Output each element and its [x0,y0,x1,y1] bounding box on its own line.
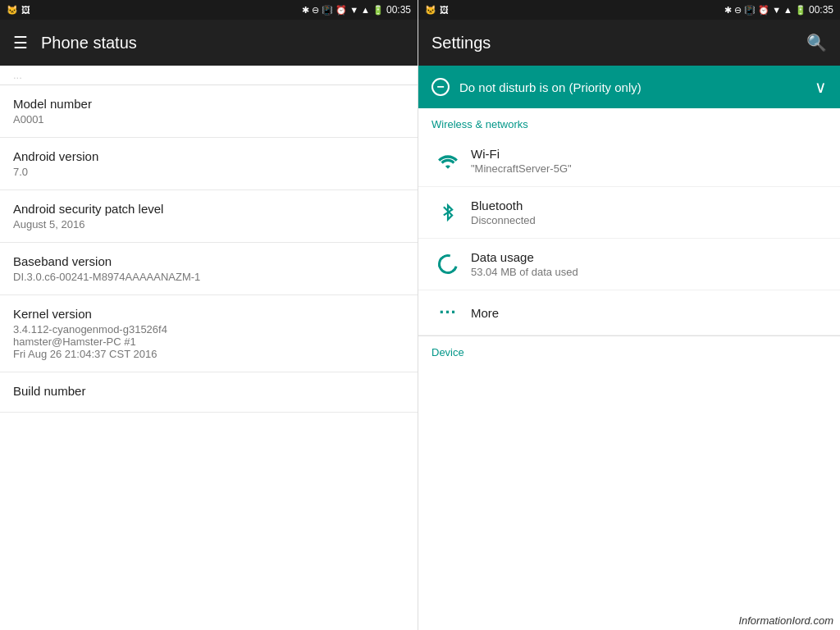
status-bar-left-icons: 🐱 🖼 [7,5,30,16]
model-number-item[interactable]: Model number A0001 [0,85,418,138]
wifi-subtitle: "MinecraftServer-5G" [471,162,827,175]
status-bar-right-left-icons: 🐱 🖼 [425,5,449,16]
security-patch-label: Android security patch level [13,202,404,216]
data-usage-content: Data usage 53.04 MB of data used [464,250,827,278]
vibrate-right-icon: 📳 [744,5,756,16]
minus-right-icon: ⊖ [734,5,742,16]
wifi-right-icon: ▼ [772,5,781,15]
bluetooth-content: Bluetooth Disconnected [464,199,827,226]
status-bar-left: 🐱 🖼 ✱ ⊖ 📳 ⏰ ▼ ▲ 🔋 00:35 [0,0,418,20]
left-panel: 🐱 🖼 ✱ ⊖ 📳 ⏰ ▼ ▲ 🔋 00:35 ☰ Phone status .… [0,0,418,630]
signal-right-icon: ▲ [783,5,792,15]
bluetooth-title: Bluetooth [471,199,827,212]
baseband-version-item[interactable]: Baseband version DI.3.0.c6-00241-M8974AA… [0,243,418,295]
wifi-content: Wi-Fi "MinecraftServer-5G" [464,147,827,175]
search-button[interactable]: 🔍 [806,33,827,52]
dnd-minus-icon: − [431,78,450,96]
wifi-icon [431,153,464,169]
hamburger-menu-icon[interactable]: ☰ [13,33,28,52]
spacer [418,363,840,611]
page-title-right: Settings [431,34,793,52]
time-display-right: 00:35 [809,4,833,16]
build-number-label: Build number [13,384,404,398]
android-version-item[interactable]: Android version 7.0 [0,138,418,190]
kernel-version-item[interactable]: Kernel version 3.4.112-cyanogenmod-g3152… [0,295,418,372]
bluetooth-right-icon: ✱ [724,5,732,16]
status-bar-right: 🐱 🖼 ✱ ⊖ 📳 ⏰ ▼ ▲ 🔋 00:35 [418,0,840,20]
android-version-label: Android version [13,149,404,163]
top-bar-right: Settings 🔍 [418,20,840,66]
time-display-left: 00:35 [386,4,411,16]
android-version-value: 7.0 [13,166,404,178]
more-title: More [471,306,827,320]
bluetooth-status-icon: ✱ [302,5,309,16]
wifi-title: Wi-Fi [471,147,827,161]
vibrate-icon: 📳 [322,5,333,16]
security-patch-value: August 5, 2016 [13,218,404,231]
dnd-text: Do not disturb is on (Priority only) [459,80,805,94]
status-bar-right-right-icons: ✱ ⊖ 📳 ⏰ ▼ ▲ 🔋 00:35 [724,4,833,16]
wifi-row[interactable]: Wi-Fi "MinecraftServer-5G" [418,135,840,187]
dnd-chevron-icon[interactable]: ∨ [815,77,827,97]
model-number-label: Model number [13,97,404,111]
data-usage-subtitle: 53.04 MB of data used [471,266,827,278]
alarm-right-icon: ⏰ [758,5,769,16]
model-number-value: A0001 [13,113,404,126]
baseband-version-value: DI.3.0.c6-00241-M8974AAAAANAZM-1 [13,271,404,283]
scroll-faded-indicator: ... [0,66,418,85]
scroll-faded-text: ... [13,69,22,81]
baseband-version-label: Baseband version [13,254,404,268]
battery-right-icon: 🔋 [795,5,806,16]
bluetooth-subtitle: Disconnected [471,214,827,226]
minus-icon: ⊖ [312,5,319,16]
more-content: More [464,306,827,320]
more-row[interactable]: ··· More [418,290,840,336]
right-panel: 🐱 🖼 ✱ ⊖ 📳 ⏰ ▼ ▲ 🔋 00:35 Settings 🔍 − Do … [418,0,840,630]
build-number-item[interactable]: Build number [0,372,418,413]
alarm-icon: ⏰ [336,5,347,16]
watermark: InformationIord.com [418,611,840,630]
wifi-signal-icon: ▼ [349,5,358,15]
bluetooth-row[interactable]: Bluetooth Disconnected [418,187,840,239]
wireless-networks-header: Wireless & networks [418,108,840,135]
kernel-version-label: Kernel version [13,307,404,321]
page-title-left: Phone status [41,34,404,52]
battery-icon: 🔋 [372,5,384,16]
kernel-version-value: 3.4.112-cyanogenmod-g31526f4 hamster@Ham… [13,323,404,360]
more-icon: ··· [431,302,464,323]
security-patch-item[interactable]: Android security patch level August 5, 2… [0,190,418,243]
bluetooth-icon [431,203,464,222]
photo-icon-right: 🖼 [440,5,449,15]
cat-icon-right: 🐱 [425,5,436,16]
signal-icon: ▲ [361,5,370,15]
status-bar-right-icons: ✱ ⊖ 📳 ⏰ ▼ ▲ 🔋 00:35 [302,4,411,16]
data-usage-row[interactable]: Data usage 53.04 MB of data used [418,239,840,290]
cat-icon: 🐱 [7,5,18,16]
data-usage-title: Data usage [471,250,827,264]
top-bar-left: ☰ Phone status [0,20,418,66]
photo-icon: 🖼 [21,5,30,15]
dnd-banner[interactable]: − Do not disturb is on (Priority only) ∨ [418,66,840,108]
data-usage-icon [431,254,464,274]
phone-status-list: Model number A0001 Android version 7.0 A… [0,85,418,630]
device-header: Device [418,336,840,363]
